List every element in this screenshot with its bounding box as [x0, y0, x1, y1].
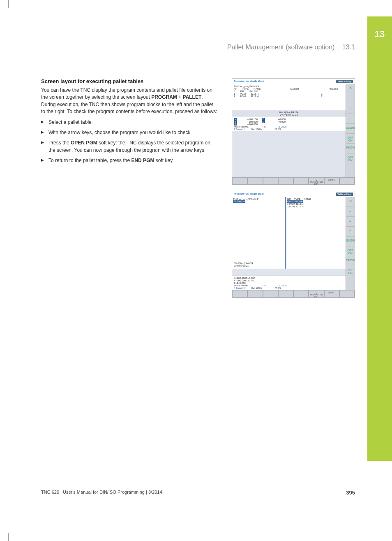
- ovr-line: F 0mm/min Ovr 100% M 5/9: [234, 287, 344, 289]
- side-label-off2: OFF ON: [346, 266, 355, 276]
- softkey: [263, 290, 278, 297]
- side-icon-2: ▭: [346, 94, 355, 104]
- step3-bold: OPEN PGM: [71, 140, 97, 146]
- softkey: Q INFO: [324, 290, 339, 297]
- softkey: Q INFO: [324, 177, 339, 185]
- step-4: To return to the pallet table, press the…: [41, 157, 218, 164]
- content-area: Screen layout for executing pallet table…: [41, 78, 355, 304]
- softkey: [339, 177, 355, 185]
- fig2-left-pane: TNC:\nc_prog\PGMX.P →PGMX.P 0% X[Nm] P4 …: [232, 197, 286, 269]
- fig2-right-pane: NR TYPE NAME 0 PAL PAL100 1 PGM 3216.H 2…: [286, 197, 346, 269]
- status-line-2: 0% Y[Nm] 09:21: [234, 114, 344, 116]
- fig2-side-icons: ⚙ ▭ ▭ ↔ S100% OFF ON F100% OFF ON: [346, 197, 355, 290]
- side-icon-4: ↔: [346, 114, 355, 124]
- softkey: Q PARAMETER LIST: [309, 290, 324, 297]
- table-row: 2 PGM 3217.H: [287, 205, 345, 208]
- fig2-title-left: Program run, single block: [234, 193, 264, 196]
- step-3: Press the OPEN PGM soft key: the TNC dis…: [41, 139, 218, 154]
- side-icon-4: ↔: [346, 227, 355, 237]
- step-1: Select a pallet table: [41, 119, 218, 126]
- side-label-off2: OFF ON: [346, 153, 355, 163]
- fig1-softkeys: Q PARAMETER LIST Q INFO: [232, 177, 355, 185]
- softkey: [232, 290, 247, 297]
- ovr-line: F 0mm/min Ovr 100% M 5/9: [234, 128, 344, 130]
- figures-column: Program run, single block Table editing …: [232, 78, 355, 304]
- softkey: [293, 177, 309, 185]
- softkey: [247, 177, 263, 185]
- fig2-selected-line: →PGMX.P: [233, 200, 245, 203]
- softkey: [232, 177, 247, 185]
- fig1-table: TNC:\nc_prog\PGMX.P NR TYPE NAME DATUM P…: [232, 84, 346, 110]
- fig1-status: 0% X[Nm] P4 -T4 0% Y[Nm] 09:21: [232, 110, 346, 117]
- side-label-off1: OFF ON: [346, 134, 355, 144]
- fig2-status-2: 00 time 09:21: [234, 265, 253, 267]
- side-label-off1: OFF ON: [346, 246, 355, 256]
- header-title: Pallet Management (software option): [227, 44, 334, 51]
- softkey: [278, 177, 293, 185]
- steps-list: Select a pallet table With the arrow key…: [41, 119, 218, 165]
- side-label-f100: F100%: [346, 256, 355, 266]
- fig1-title-right: Table editing: [336, 80, 353, 83]
- col-preset: PRESET: [329, 88, 339, 90]
- chapter-tab: 13: [367, 16, 392, 461]
- fig1-titlebar: Program run, single block Table editing: [232, 79, 355, 85]
- chapter-number: 13: [367, 16, 392, 39]
- softkey: Q PARAMETER LIST: [309, 177, 324, 185]
- page-footer: TNC 620 | User's Manual for DIN/ISO Prog…: [41, 490, 355, 496]
- step3-a: Press the: [48, 140, 71, 146]
- side-icon-1: ⚙: [346, 197, 355, 207]
- softkey: [339, 290, 355, 297]
- side-icon-3: ▭: [346, 104, 355, 114]
- screenshot-pallet-table: Program run, single block Table editing …: [232, 78, 355, 185]
- screenshot-program-pallet: Program run, single block Table editing …: [232, 191, 355, 298]
- step4-c: soft key: [154, 158, 173, 163]
- header-section-number: 13.1: [342, 44, 355, 51]
- side-icon-2: ▭: [346, 207, 355, 217]
- crop-mark-top: [8, 0, 21, 8]
- softkey: [293, 290, 309, 297]
- fig2-status-block: 0% X[Nm] P4 -T4 00 time 09:21: [234, 262, 253, 267]
- softkey: [247, 290, 263, 297]
- crop-mark-bottom: [8, 533, 21, 541]
- col-datum: DATUM: [291, 88, 299, 90]
- page-number: 395: [346, 490, 355, 496]
- fig2-softkeys: Q PARAMETER LIST Q INFO: [232, 290, 355, 297]
- text-column: Screen layout for executing pallet table…: [41, 78, 218, 168]
- fig1-coords: X+100.100B+0.000 Y+200.000C+0.000 Z+240.…: [232, 117, 346, 131]
- step4-bold: END PGM: [131, 158, 154, 163]
- intro-text-bold: PROGRAM + PALLET: [151, 94, 201, 100]
- footer-text: TNC 620 | User's Manual for DIN/ISO Prog…: [41, 490, 162, 496]
- step-2: With the arrow keys, choose the program …: [41, 129, 218, 136]
- page-header: Pallet Management (software option) 13.1: [41, 44, 355, 51]
- fig2-title-right: Table editing: [336, 193, 353, 196]
- softkey: [263, 177, 278, 185]
- side-icon-1: ⚙: [346, 84, 355, 94]
- fig1-side-icons: ⚙ ▭ ▭ ↔ S100% OFF ON F100% OFF ON: [346, 84, 355, 177]
- softkey: [278, 290, 293, 297]
- step4-a: To return to the pallet table, press the: [48, 158, 131, 163]
- fig2-titlebar: Program run, single block Table editing: [232, 191, 355, 197]
- intro-paragraph: You can have the TNC display the program…: [41, 87, 218, 116]
- table-row: 2PGM3217.H2: [234, 95, 344, 98]
- fig1-title-left: Program run, single block: [234, 80, 264, 83]
- side-label-s100: S100%: [346, 237, 355, 246]
- fig1-inner: TNC:\nc_prog\PGMX.P NR TYPE NAME DATUM P…: [232, 84, 346, 185]
- side-label-s100: S100%: [346, 124, 355, 134]
- fig2-coords: X+100.100B+0.000 Y+200.000C+0.000 Z+240.…: [232, 276, 346, 290]
- side-label-f100: F100%: [346, 144, 355, 153]
- side-icon-3: ▭: [346, 217, 355, 227]
- section-heading: Screen layout for executing pallet table…: [41, 78, 218, 84]
